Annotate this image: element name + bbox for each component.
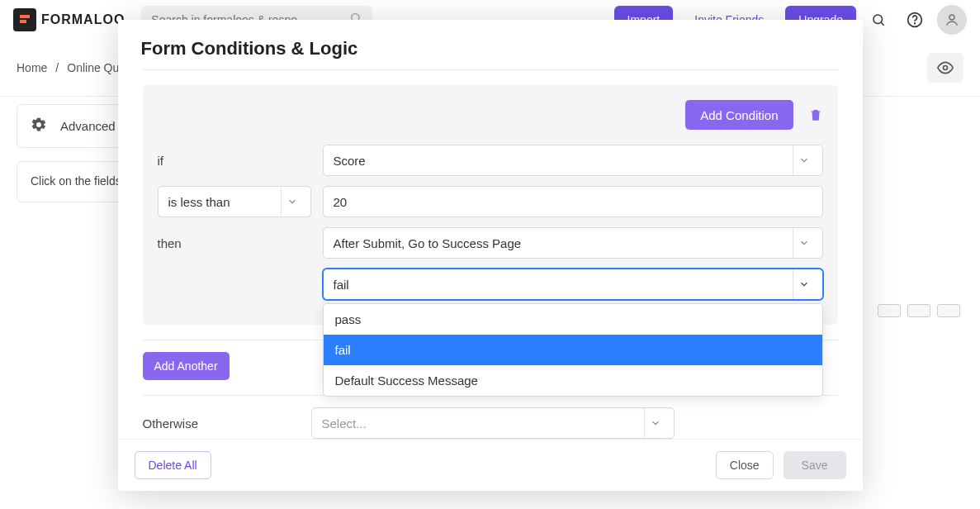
target-dropdown: passfailDefault Success Message [323, 303, 823, 397]
svg-line-5 [881, 22, 883, 25]
svg-point-8 [949, 15, 954, 20]
svg-rect-0 [20, 15, 30, 18]
breadcrumb-separator: / [55, 61, 59, 74]
target-select[interactable]: fail [323, 269, 823, 300]
add-condition-button[interactable]: Add Condition [685, 100, 793, 130]
otherwise-row: Otherwise Select... [143, 407, 838, 439]
help-icon-button[interactable] [901, 6, 929, 34]
close-button[interactable]: Close [716, 451, 774, 479]
divider [143, 69, 838, 70]
brand-name: FORMALOO [41, 12, 125, 27]
modal-body: Add Condition if Score is less than [118, 69, 863, 439]
brand-logo[interactable]: FORMALOO [13, 8, 125, 31]
operator-select-value: is less than [168, 195, 230, 209]
field-select[interactable]: Score [323, 145, 823, 176]
target-select-value: fail [334, 278, 349, 292]
then-row: then After Submit, Go to Success Page [158, 227, 823, 259]
breadcrumb-home[interactable]: Home [17, 61, 47, 74]
svg-point-9 [944, 66, 948, 70]
preview-button[interactable] [927, 53, 963, 83]
action-select[interactable]: After Submit, Go to Success Page [323, 227, 823, 259]
field-select-value: Score [334, 154, 366, 168]
svg-rect-1 [20, 20, 26, 23]
dropdown-option[interactable]: fail [324, 335, 822, 365]
if-row: if Score [158, 145, 823, 176]
if-label: if [158, 154, 311, 168]
search-icon-button[interactable] [864, 6, 892, 34]
add-another-button[interactable]: Add Another [143, 352, 230, 380]
then-label: then [158, 236, 311, 250]
otherwise-label: Otherwise [143, 416, 300, 431]
bg-thumb [937, 304, 960, 317]
bg-thumbs [878, 304, 960, 317]
operator-select[interactable]: is less than [158, 186, 311, 217]
advanced-label: Advanced [60, 119, 116, 133]
value-input[interactable] [323, 186, 823, 217]
dropdown-option[interactable]: pass [324, 304, 822, 335]
delete-condition-button[interactable] [808, 107, 823, 123]
chevron-down-icon [793, 228, 816, 258]
gear-icon [31, 117, 47, 136]
modal-footer: Delete All Close Save [118, 439, 863, 491]
modal-title: Form Conditions & Logic [118, 20, 863, 69]
delete-all-button[interactable]: Delete All [135, 451, 211, 479]
chevron-down-icon [793, 269, 816, 299]
target-row: fail [158, 269, 823, 300]
logic-modal: Form Conditions & Logic Add Condition if… [118, 20, 863, 491]
operator-row: is less than [158, 186, 823, 217]
otherwise-select[interactable]: Select... [311, 407, 675, 439]
condition-block: Add Condition if Score is less than [143, 85, 838, 325]
eye-icon [937, 59, 954, 76]
breadcrumb: Home / Online Quiz [17, 61, 127, 74]
action-select-value: After Submit, Go to Success Page [334, 236, 522, 250]
trash-icon [808, 107, 823, 123]
chevron-down-icon [281, 187, 304, 216]
bg-thumb [878, 304, 901, 317]
otherwise-placeholder: Select... [322, 416, 367, 431]
bg-thumb [907, 304, 930, 317]
save-button[interactable]: Save [784, 451, 846, 479]
svg-point-7 [915, 23, 916, 24]
chevron-down-icon [644, 408, 667, 438]
chevron-down-icon [793, 145, 816, 175]
brand-mark-icon [13, 8, 36, 31]
user-avatar[interactable] [937, 5, 967, 35]
dropdown-option[interactable]: Default Success Message [324, 365, 822, 396]
svg-point-4 [873, 15, 883, 24]
